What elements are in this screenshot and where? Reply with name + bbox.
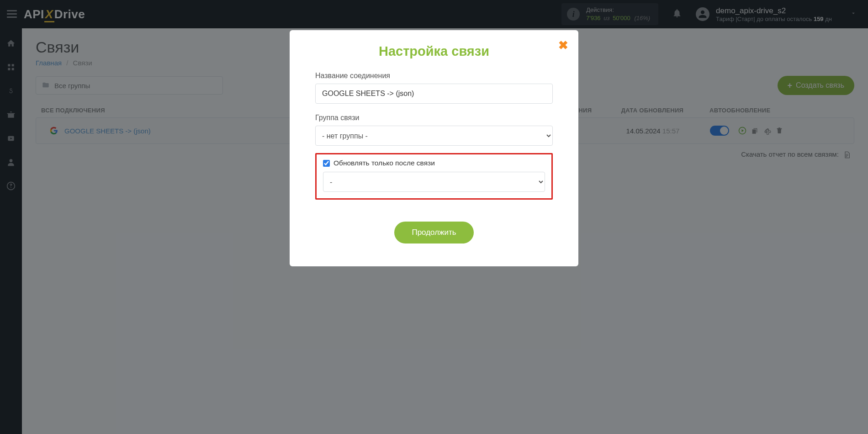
label-connection-name: Название соединения — [315, 72, 553, 80]
update-after-label: Обновлять только после связи — [333, 159, 435, 167]
label-connection-group: Группа связи — [315, 114, 553, 122]
close-icon[interactable]: ✖ — [558, 38, 568, 53]
update-after-select[interactable]: - — [323, 172, 545, 192]
connection-name-input[interactable] — [315, 84, 553, 104]
update-after-section: Обновлять только после связи - — [315, 153, 553, 200]
connection-group-select[interactable]: - нет группы - — [315, 126, 553, 146]
continue-button[interactable]: Продолжить — [394, 222, 473, 243]
connection-settings-modal: ✖ Настройка связи Название соединения Гр… — [290, 30, 578, 266]
modal-overlay: ✖ Настройка связи Название соединения Гр… — [0, 0, 868, 434]
modal-title: Настройка связи — [290, 44, 578, 59]
update-after-checkbox[interactable] — [323, 160, 330, 167]
